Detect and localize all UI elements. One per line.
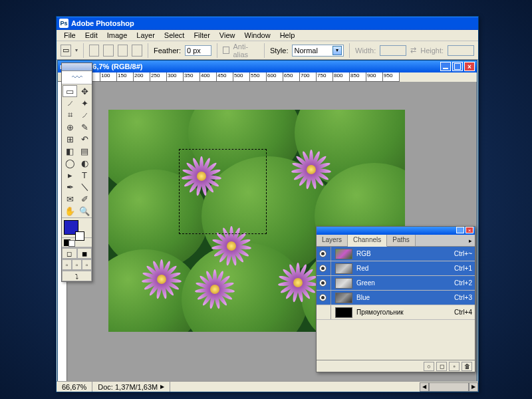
channel-row[interactable]: BlueCtrl+3: [317, 291, 475, 305]
background-color[interactable]: [75, 231, 84, 241]
channel-row[interactable]: ПрямоугольникCtrl+4: [317, 305, 475, 320]
feather-input[interactable]: [185, 45, 211, 56]
tool-blur[interactable]: ◯: [63, 157, 77, 169]
load-selection-button[interactable]: ○: [424, 362, 434, 371]
channel-row[interactable]: RedCtrl+1: [317, 261, 475, 276]
app-title: Adobe Photoshop: [71, 19, 134, 27]
tool-zoom[interactable]: 🔍: [77, 205, 92, 217]
menu-file[interactable]: File: [59, 31, 80, 40]
channels-panel[interactable]: _ × Layers Channels Paths ▸ RGBCtrl+~Red…: [316, 226, 475, 372]
add-selection-button[interactable]: [103, 45, 114, 57]
tool-type[interactable]: T: [77, 169, 92, 181]
tool-eraser[interactable]: ◧: [63, 145, 77, 157]
screen-standard-button[interactable]: ▫: [62, 259, 72, 270]
intersect-selection-button[interactable]: [132, 45, 142, 57]
tool-history[interactable]: ↶: [77, 133, 92, 145]
panel-close-button[interactable]: ×: [466, 227, 473, 233]
menu-edit[interactable]: Edit: [80, 31, 102, 40]
maximize-button[interactable]: [452, 62, 463, 71]
scroll-right-button[interactable]: ▶: [469, 382, 478, 392]
menu-select[interactable]: Select: [160, 31, 190, 40]
ruler-tick: 650: [283, 72, 300, 82]
style-select[interactable]: Normal ▾: [292, 45, 344, 57]
panel-titlebar[interactable]: _ ×: [317, 227, 475, 235]
new-selection-button[interactable]: [89, 45, 100, 57]
screen-full-menu-button[interactable]: ▫: [72, 259, 82, 270]
ruler-tick: 150: [117, 72, 134, 82]
tool-shape[interactable]: ＼: [77, 181, 92, 193]
menu-window[interactable]: Window: [240, 31, 275, 40]
zoom-level[interactable]: 66,67%: [57, 382, 92, 392]
tool-stamp[interactable]: ⊞: [63, 133, 77, 145]
ruler-tick: 300: [167, 72, 184, 82]
tool-path[interactable]: ▸: [63, 169, 77, 181]
menu-filter[interactable]: Filter: [189, 31, 214, 40]
image-content: [198, 273, 231, 306]
style-value: Normal: [294, 47, 317, 55]
tool-heal[interactable]: ⊕: [63, 121, 77, 133]
horizontal-ruler[interactable]: 0501001502002503003504004505005506006507…: [67, 72, 400, 82]
standard-mode-button[interactable]: ◻: [62, 248, 77, 259]
tool-crop[interactable]: ⌗: [63, 109, 77, 121]
visibility-eye-icon[interactable]: [319, 279, 327, 287]
tool-wand[interactable]: ✦: [77, 97, 92, 109]
panel-menu-button[interactable]: ▸: [466, 235, 475, 246]
subtract-selection-button[interactable]: [118, 45, 128, 57]
selection-marquee[interactable]: [179, 149, 267, 234]
tab-paths[interactable]: Paths: [387, 235, 416, 246]
ruler-tick: 950: [383, 72, 400, 82]
tool-move[interactable]: ✥: [77, 85, 92, 97]
menu-view[interactable]: View: [215, 31, 240, 40]
tool-eyedrop[interactable]: ✐: [77, 193, 92, 205]
menu-help[interactable]: Help: [275, 31, 300, 40]
visibility-eye-icon[interactable]: [319, 265, 327, 272]
arrow-icon: ▶: [160, 384, 164, 390]
scroll-left-button[interactable]: ◀: [420, 382, 429, 392]
menu-layer[interactable]: Layer: [132, 31, 160, 40]
tool-slice[interactable]: ⟋: [77, 109, 92, 121]
tool-dodge[interactable]: ◐: [77, 157, 92, 169]
minimize-button[interactable]: [440, 62, 451, 71]
save-selection-button[interactable]: ◻: [436, 362, 447, 371]
visibility-eye-icon[interactable]: [319, 294, 327, 301]
preset-arrow-icon[interactable]: ▾: [75, 47, 78, 53]
doc-size[interactable]: Doc: 1,37M/1,63M▶: [92, 382, 170, 392]
channel-row[interactable]: RGBCtrl+~: [317, 247, 475, 261]
document-titlebar[interactable]: и.jpg @ 66,7% (RGB/8#) ×: [58, 61, 477, 72]
ruler-tick: 850: [350, 72, 366, 82]
menu-image[interactable]: Image: [102, 31, 132, 40]
separator: [264, 43, 265, 58]
delete-channel-button[interactable]: 🗑: [462, 362, 472, 371]
tool-pen[interactable]: ✒: [63, 181, 77, 193]
channel-row[interactable]: GreenCtrl+2: [317, 276, 475, 291]
tool-hand[interactable]: ✋: [63, 205, 77, 217]
tool-marquee[interactable]: ▭: [63, 85, 77, 97]
ruler-tick: 250: [150, 72, 167, 82]
visibility-eye-icon[interactable]: [319, 309, 327, 316]
channel-name: Red: [356, 265, 450, 272]
new-channel-button[interactable]: ▫: [449, 362, 460, 371]
quickmask-mode-button[interactable]: ◼: [77, 248, 92, 259]
ruler-tick: 450: [217, 72, 233, 82]
image-content: [145, 263, 178, 296]
imageready-button[interactable]: ⤵: [62, 271, 92, 281]
tool-notes[interactable]: ✉: [63, 193, 77, 205]
panel-minimize-button[interactable]: _: [456, 227, 464, 233]
tool-lasso[interactable]: ⟋: [63, 97, 77, 109]
app-titlebar[interactable]: Ps Adobe Photoshop: [57, 17, 478, 30]
tab-layers[interactable]: Layers: [317, 235, 348, 246]
tool-preset-picker[interactable]: ▭: [61, 45, 71, 57]
ruler-tick: 500: [233, 72, 250, 82]
tool-gradient[interactable]: ▤: [77, 145, 92, 157]
screen-full-button[interactable]: ▫: [82, 259, 92, 270]
toolbox-palette[interactable]: 〰 ▭✥⟋✦⌗⟋⊕✎⊞↶◧▤◯◐▸T✒＼✉✐✋🔍 ◻ ◼ ▫ ▫ ▫ ⤵: [61, 63, 92, 282]
tab-channels[interactable]: Channels: [348, 235, 387, 247]
channel-shortcut: Ctrl+1: [454, 265, 472, 272]
panel-tabs: Layers Channels Paths ▸: [317, 235, 475, 247]
tool-brush[interactable]: ✎: [77, 121, 92, 133]
visibility-eye-icon[interactable]: [319, 250, 327, 257]
ruler-tick: 900: [366, 72, 383, 82]
toolbox-grip[interactable]: [62, 63, 92, 71]
h-scrollbar[interactable]: [429, 382, 469, 392]
close-button[interactable]: ×: [464, 62, 475, 71]
